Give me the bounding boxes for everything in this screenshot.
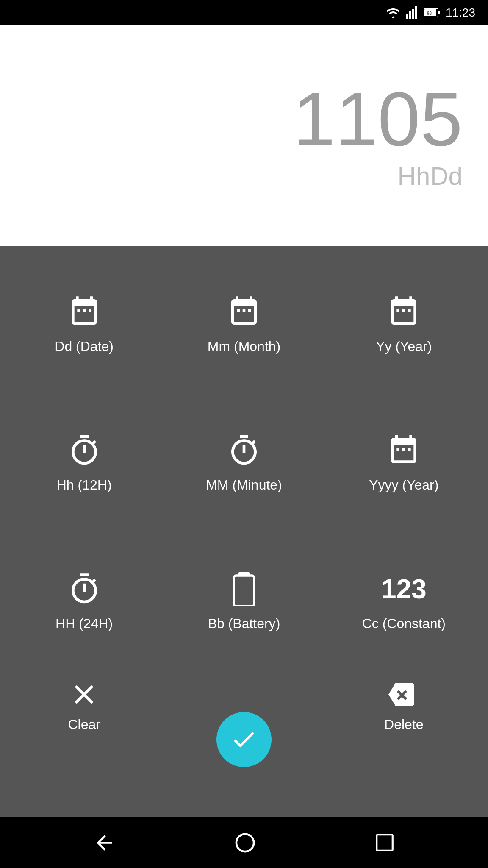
timer-hh24-icon (65, 570, 103, 608)
checkmark-icon (230, 726, 258, 753)
wifi-icon (385, 7, 401, 19)
svg-rect-0 (406, 14, 408, 19)
clear-button[interactable]: Clear (4, 670, 164, 809)
back-button[interactable] (93, 831, 116, 854)
delete-icon (386, 679, 422, 710)
nav-bar (0, 817, 488, 868)
calendar-icon (65, 293, 103, 331)
bb-battery-button[interactable]: Bb (Battery) (164, 531, 324, 670)
svg-rect-11 (377, 835, 393, 851)
home-icon (233, 831, 257, 854)
calendar-yyyy-icon (385, 431, 423, 470)
confirm-button[interactable] (216, 712, 272, 767)
calendar-mm-icon (225, 293, 263, 331)
status-icons: 98 11:23 (385, 6, 475, 19)
cc-constant-label: Cc (Constant) (362, 616, 446, 632)
mm-minute-label: MM (Minute) (206, 477, 282, 493)
signal-icon (406, 6, 419, 19)
calendar-yy-icon (385, 293, 423, 331)
confirm-container (164, 670, 324, 809)
svg-rect-2 (412, 9, 414, 19)
svg-point-10 (236, 834, 254, 851)
yy-year-label: Yy (Year) (376, 339, 432, 354)
display-format: HhDd (398, 161, 463, 191)
recent-apps-icon (374, 832, 395, 853)
clear-label: Clear (68, 717, 100, 732)
button-grid: Dd (Date) Mm (Month) Yy (Year) Hh (12H) (0, 246, 488, 817)
dd-date-label: Dd (Date) (55, 339, 114, 354)
dd-date-button[interactable]: Dd (Date) (4, 254, 164, 393)
constant-text: 123 (381, 573, 427, 605)
back-icon (93, 831, 116, 854)
status-time: 11:23 (446, 6, 475, 19)
battery-icon (225, 570, 263, 608)
clear-x-icon (68, 679, 100, 710)
mm-month-label: Mm (Month) (208, 339, 280, 354)
svg-rect-6 (438, 11, 440, 14)
delete-label: Delete (384, 717, 424, 732)
svg-text:98: 98 (427, 11, 432, 16)
timer-mm-icon (225, 431, 263, 470)
hh-12h-button[interactable]: Hh (12H) (4, 393, 164, 531)
yyyy-year-button[interactable]: Yyyy (Year) (324, 393, 484, 531)
constant-number-display: 123 (385, 570, 423, 608)
svg-rect-1 (409, 11, 411, 19)
display-number: 1105 (293, 81, 463, 157)
home-button[interactable] (233, 831, 257, 854)
timer-hh12-icon (65, 431, 103, 470)
battery-status-icon: 98 (424, 8, 441, 18)
svg-rect-9 (234, 576, 254, 606)
svg-rect-3 (415, 6, 417, 19)
calendar-dd-icon (67, 295, 101, 329)
delete-button[interactable]: Delete (324, 670, 484, 809)
bb-battery-label: Bb (Battery) (208, 616, 280, 632)
yy-year-button[interactable]: Yy (Year) (324, 254, 484, 393)
cc-constant-button[interactable]: 123 Cc (Constant) (324, 531, 484, 670)
hh-12h-label: Hh (12H) (57, 477, 112, 493)
mm-minute-button[interactable]: MM (Minute) (164, 393, 324, 531)
mm-month-button[interactable]: Mm (Month) (164, 254, 324, 393)
hh-24h-label: HH (24H) (55, 616, 113, 632)
recent-apps-button[interactable] (374, 832, 395, 853)
yyyy-year-label: Yyyy (Year) (369, 477, 438, 493)
status-bar: 98 11:23 (0, 0, 488, 25)
hh-24h-button[interactable]: HH (24H) (4, 531, 164, 670)
display-area: 1105 HhDd (0, 25, 488, 246)
